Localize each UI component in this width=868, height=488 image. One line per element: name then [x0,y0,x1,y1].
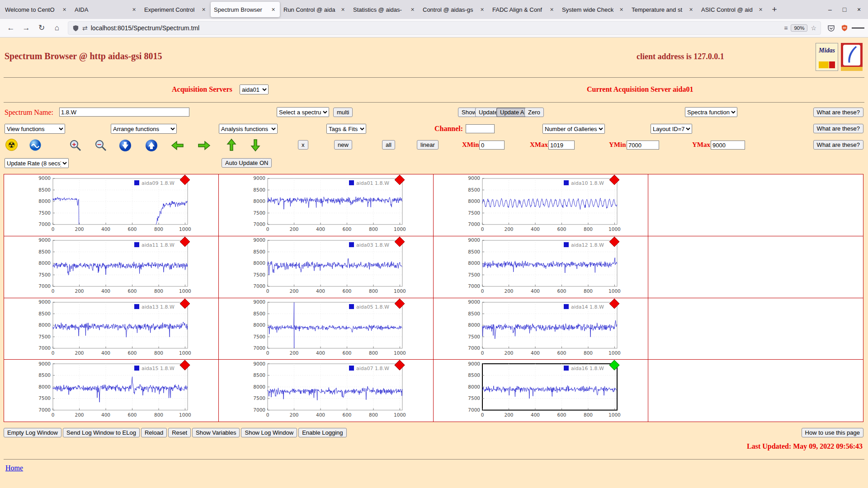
midas-logo[interactable]: Midas [816,43,838,71]
url-text[interactable]: localhost:8015/Spectrum/Spectrum.tml [91,24,781,32]
what-are-these-button-1[interactable]: What are these? [813,108,863,117]
spectrum-name-input[interactable] [59,108,189,117]
spectrum-chart-aida14[interactable]: 0200400600800100070007500800085009000aid… [434,298,648,360]
gallery-left-arrow-button[interactable] [170,140,185,153]
channel-input[interactable] [466,124,495,133]
spectrum-chart-aida05[interactable]: 0200400600800100070007500800085009000aid… [219,298,434,360]
spectra-functions-dropdown[interactable]: Spectra functions [685,107,737,117]
browser-tab-7[interactable]: FADC Align & Conf× [489,2,558,17]
xmax-input[interactable] [548,141,575,150]
spectrum-chart-aida09[interactable]: 0200400600800100070007500800085009000aid… [4,174,219,236]
gallery-down-arrow-button[interactable] [250,138,261,154]
footer-button-show-variables[interactable]: Show Variables [192,428,240,437]
footer-button-show-log-window[interactable]: Show Log Window [241,428,297,437]
reload-icon[interactable]: ↻ [34,21,49,35]
browser-tab-10[interactable]: ASIC Control @ aid× [698,2,767,17]
url-bar[interactable]: ⇄ localhost:8015/Spectrum/Spectrum.tml ≡… [68,21,821,35]
gallery-up-arrow-button[interactable] [226,138,237,154]
spectrum-chart-aida10[interactable]: 0200400600800100070007500800085009000aid… [434,174,648,236]
tab-close-icon[interactable]: × [340,6,346,13]
menu-hamburger-icon[interactable] [852,21,864,35]
minimize-button[interactable]: – [823,0,837,19]
ublock-extension-icon[interactable] [838,21,851,35]
tab-close-icon[interactable]: × [270,6,277,13]
auto-update-button[interactable]: Auto Update ON [222,158,272,168]
browser-tab-5[interactable]: Statistics @ aidas-× [350,2,419,17]
forward-icon[interactable]: → [19,21,33,35]
browser-tab-6[interactable]: Control @ aidas-gs× [420,2,489,17]
reader-mode-icon[interactable]: ≡ [784,24,788,32]
browser-tab-2[interactable]: Experiment Control× [141,2,210,17]
footer-button-reload[interactable]: Reload [141,428,167,437]
tab-close-icon[interactable]: × [479,6,486,13]
radiation-icon-button[interactable]: ☢ [5,139,18,151]
new-tab-button[interactable]: + [768,2,781,17]
what-are-these-button-2[interactable]: What are these? [813,124,863,133]
update-rate-dropdown[interactable]: Update Rate (8 secs) [5,158,69,168]
spectrum-chart-aida16[interactable]: 0200400600800100070007500800085009000aid… [434,360,648,422]
tab-close-icon[interactable]: × [200,6,207,13]
how-to-use-button[interactable]: How to use this page [802,428,863,437]
browser-tab-9[interactable]: Temperature and st× [628,2,698,17]
tab-close-icon[interactable]: × [131,6,137,13]
select-spectrum-dropdown[interactable]: Select a spectrum [277,107,329,117]
spectrum-chart-aida01[interactable]: 0200400600800100070007500800085009000aid… [219,174,434,236]
footer-button-reset[interactable]: Reset [168,428,191,437]
browser-tab-0[interactable]: Welcome to CentO× [2,2,71,17]
permissions-icon[interactable]: ⇄ [82,24,88,32]
multi-button[interactable]: multi [333,108,353,117]
acquisition-server-select[interactable]: aida01 [240,84,269,94]
tab-close-icon[interactable]: × [618,6,625,13]
ymax-input[interactable] [711,141,745,150]
zero-button[interactable]: Zero [524,108,544,117]
tags-fits-dropdown[interactable]: Tags & Fits [326,124,366,134]
tab-close-icon[interactable]: × [548,6,555,13]
bookmark-star-icon[interactable]: ☆ [811,24,816,32]
tab-close-icon[interactable]: × [409,6,416,13]
tab-close-icon[interactable]: × [688,6,694,13]
spectrum-chart-aida03[interactable]: 0200400600800100070007500800085009000aid… [219,236,434,298]
linear-button[interactable]: linear [417,140,439,150]
back-icon[interactable]: ← [4,21,18,35]
x-button[interactable]: x [298,140,308,150]
footer-button-enable-logging[interactable]: Enable Logging [298,428,346,437]
tracking-shield-icon[interactable] [72,25,79,32]
browser-tab-3[interactable]: Spectrum Browser× [211,2,280,17]
ymin-input[interactable] [627,141,659,150]
zoom-level-indicator[interactable]: 90% [791,24,807,32]
new-button[interactable]: new [334,140,352,150]
home-icon[interactable]: ⌂ [50,21,64,35]
y-tick-label: 9000 [38,175,51,181]
spectrum-chart-aida11[interactable]: 0200400600800100070007500800085009000aid… [4,236,219,298]
view-functions-dropdown[interactable]: View functions [5,124,65,134]
spectrum-chart-aida12[interactable]: 0200400600800100070007500800085009000aid… [434,236,648,298]
footer-button-empty-log-window[interactable]: Empty Log Window [4,428,61,437]
pocket-icon[interactable] [825,21,837,35]
xmin-input[interactable] [479,141,505,150]
arrange-functions-dropdown[interactable]: Arrange functions [111,124,177,134]
browser-tab-1[interactable]: AIDA× [71,2,141,17]
analysis-functions-dropdown[interactable]: Analysis functions [219,124,278,134]
browser-tab-4[interactable]: Run Control @ aida× [280,2,349,17]
tab-close-icon[interactable]: × [757,6,764,13]
spectrum-chart-aida13[interactable]: 0200400600800100070007500800085009000aid… [4,298,219,360]
spectrum-chart-aida15[interactable]: 0200400600800100070007500800085009000aid… [4,360,219,422]
close-button[interactable]: × [852,0,866,19]
number-of-galleries-dropdown[interactable]: Number of Galleries [542,124,605,134]
refresh-water-icon-button[interactable] [29,139,42,153]
home-link[interactable]: Home [5,464,23,472]
y-scale-up-icon-button[interactable] [145,139,158,154]
all-button[interactable]: all [382,140,395,150]
maximize-button[interactable]: □ [837,0,852,19]
footer-button-send-log-window-to-elog[interactable]: Send Log Window to ELog [63,428,140,437]
zoom-out-icon-button[interactable]: − [94,139,108,154]
layout-id-dropdown[interactable]: Layout ID=7 [651,124,692,134]
y-scale-down-icon-button[interactable] [118,139,132,154]
browser-tab-8[interactable]: System wide Check× [559,2,628,17]
gallery-right-arrow-button[interactable] [197,140,211,153]
tab-close-icon[interactable]: × [61,6,68,13]
what-are-these-button-3[interactable]: What are these? [813,140,863,150]
tcl-powered-logo[interactable] [841,43,863,71]
zoom-in-icon-button[interactable]: + [69,139,82,154]
spectrum-chart-aida07[interactable]: 0200400600800100070007500800085009000aid… [219,360,434,422]
